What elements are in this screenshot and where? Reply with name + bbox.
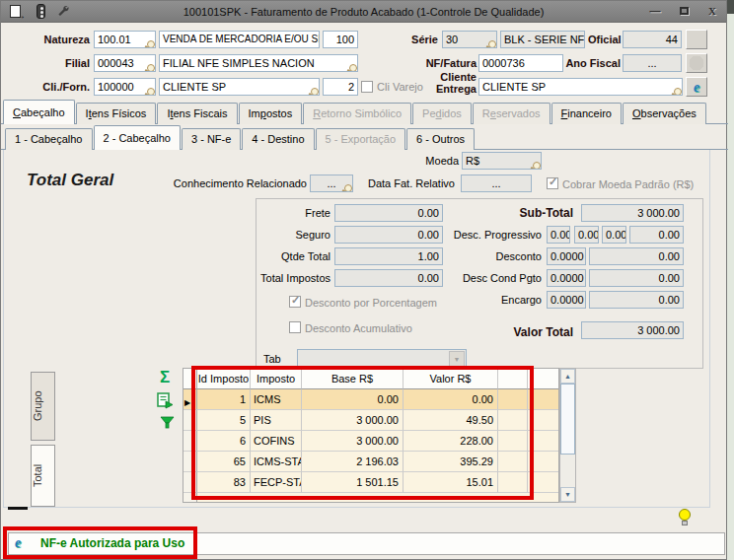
valor-total-field: 3 000.00 — [581, 321, 684, 339]
cell-valor: 15.01 — [404, 472, 498, 493]
subtab-4-destino[interactable]: 4 - Destino — [242, 128, 314, 150]
cli-varejo-checkbox — [361, 81, 373, 93]
col-header-blank — [498, 369, 528, 389]
filial-desc-field[interactable]: FILIAL NFE SIMPLES NACION — [159, 54, 358, 72]
minimize-icon[interactable] — [644, 4, 666, 20]
encargo-pct-field: 0.0000 — [547, 291, 586, 309]
lightbulb-icon[interactable] — [679, 509, 692, 526]
table-row[interactable]: 5 PIS 3 000.00 49.50 — [184, 410, 558, 431]
cli-forn-code-field[interactable]: 100000 — [94, 78, 156, 96]
subtab-2-cabecalho[interactable]: 2 - Cabeçalho — [94, 125, 182, 150]
row-selector-icon — [184, 389, 197, 410]
sub-total-field: 3 000.00 — [581, 204, 684, 222]
oficial-button[interactable] — [686, 30, 707, 49]
subtab-5-exportacao: 5 - Exportação — [316, 128, 406, 150]
desconto-porcentagem-checkbox — [289, 296, 301, 308]
nf-fatura-field[interactable]: 0000736 — [478, 54, 563, 72]
export-grid-icon[interactable] — [157, 392, 175, 413]
nfe-button[interactable]: e — [686, 77, 707, 97]
cell-imposto: ICMS — [251, 389, 302, 410]
splitter-handle[interactable] — [8, 507, 28, 510]
subtab-3-nfe[interactable]: 3 - NF-e — [182, 128, 241, 150]
filter-icon[interactable] — [160, 416, 175, 434]
table-row[interactable]: 6 COFINS 3 000.00 228.00 — [184, 431, 558, 452]
tab-impostos[interactable]: Impostos — [239, 103, 303, 124]
chevron-down-icon — [449, 351, 465, 367]
seguro-label: Seguro — [259, 226, 330, 244]
tab-observacoes[interactable]: Observações — [623, 103, 706, 124]
natureza-code-field[interactable]: 100.01 — [94, 31, 156, 48]
table-row[interactable]: 65 ICMS-STA 2 196.03 395.29 — [184, 452, 558, 472]
side-tab-total[interactable]: Total — [31, 445, 55, 507]
scroll-up-icon[interactable] — [560, 369, 575, 384]
subtab-6-outros[interactable]: 6 - Outros — [406, 128, 475, 150]
oficial-field: 44 — [623, 31, 682, 48]
lookup-icon[interactable] — [674, 88, 682, 96]
wrench-icon[interactable] — [56, 4, 74, 20]
col-header-valor[interactable]: Valor R$ — [404, 369, 498, 389]
cell-base: 1 501.15 — [302, 472, 404, 493]
lookup-icon[interactable] — [349, 64, 357, 72]
tab-itens-fisicos[interactable]: Itens Físicos — [76, 103, 157, 124]
cell-id: 5 — [197, 410, 251, 431]
subtab-1-cabecalho[interactable]: 1 - Cabeçalho — [5, 128, 93, 150]
impostos-table: Id Imposto Imposto Base R$ Valor R$ 1 IC… — [183, 368, 559, 503]
nfe-icon: e — [694, 80, 699, 95]
desc-progressivo-field-3: 0.00 — [602, 226, 626, 244]
desc-progressivo-field-4: 0.00 — [629, 226, 684, 244]
tab-combo-label: Tab — [263, 350, 289, 368]
total-impostos-field: 0.00 — [334, 269, 443, 287]
col-header-imposto[interactable]: Imposto — [251, 369, 302, 389]
side-tab-grupo[interactable]: Grupo — [31, 372, 55, 441]
app-window: 100101SPK - Faturamento de Produto Acaba… — [0, 0, 727, 560]
lookup-icon[interactable] — [147, 64, 155, 72]
frete-label: Frete — [259, 204, 330, 222]
cell-valor: 49.50 — [404, 410, 498, 431]
cell-valor: 0.00 — [404, 389, 498, 410]
scroll-down-icon[interactable] — [560, 487, 575, 502]
cell-base: 3 000.00 — [302, 410, 404, 431]
lookup-icon[interactable] — [147, 88, 155, 96]
desc-progressivo-field-2: 0.00 — [574, 226, 599, 244]
export-document-icon[interactable] — [9, 4, 27, 20]
cell-id: 65 — [197, 452, 251, 472]
lookup-icon[interactable] — [533, 162, 541, 170]
traffic-light-icon[interactable] — [33, 4, 50, 20]
data-fat-field: ... — [461, 175, 532, 192]
maximize-icon[interactable] — [673, 4, 695, 20]
table-row[interactable]: 1 ICMS 0.00 0.00 — [184, 389, 558, 410]
nf-fatura-label: NF/Fatura — [376, 54, 477, 72]
sigma-icon[interactable] — [160, 368, 170, 387]
table-scrollbar[interactable] — [559, 368, 576, 503]
qtde-total-label: Qtde Total — [259, 247, 330, 265]
col-header-base[interactable]: Base R$ — [302, 369, 404, 389]
tab-financeiro[interactable]: Financeiro — [551, 103, 622, 124]
lookup-icon[interactable] — [311, 88, 319, 96]
filial-label: Filial — [1, 54, 90, 72]
cli-forn-desc-field[interactable]: CLIENTE SP — [159, 78, 320, 96]
titlebar: 100101SPK - Faturamento de Produto Acaba… — [1, 1, 726, 23]
lookup-icon[interactable] — [147, 40, 155, 48]
lookup-icon[interactable] — [488, 40, 496, 48]
natureza-desc-field[interactable]: VENDA DE MERCADORIA E/OU SERVI — [159, 31, 320, 48]
natureza-label: Natureza — [1, 31, 90, 48]
table-empty-row — [184, 493, 558, 502]
status-bar: e NF-e Autorizada para Uso — [8, 532, 725, 555]
tab-reservados: Reservados — [473, 103, 550, 124]
cliente-entrega-field[interactable]: CLIENTE SP — [478, 78, 683, 96]
row-margin — [184, 369, 197, 389]
tab-cabecalho[interactable]: Cabeçalho — [3, 100, 75, 124]
table-row[interactable]: 83 FECP-STA 1 501.15 15.01 — [184, 472, 558, 493]
ano-fiscal-button[interactable] — [686, 53, 707, 73]
tab-itens-fiscais[interactable]: Itens Fiscais — [157, 103, 237, 124]
cobrar-moeda-label: Cobrar Moeda Padrão (R$) — [562, 175, 710, 193]
loja-field[interactable]: 2 — [323, 78, 358, 96]
lookup-icon[interactable] — [344, 184, 352, 192]
screenshot-stage: 100101SPK - Faturamento de Produto Acaba… — [0, 0, 734, 560]
scrollbar-thumb[interactable] — [560, 384, 575, 455]
sub-total-label: Sub-Total — [494, 204, 573, 222]
col-header-id-imposto[interactable]: Id Imposto — [197, 369, 251, 389]
close-icon[interactable] — [701, 4, 723, 20]
oficial-label: Oficial — [588, 31, 621, 48]
filial-code-field[interactable]: 000043 — [94, 54, 156, 72]
